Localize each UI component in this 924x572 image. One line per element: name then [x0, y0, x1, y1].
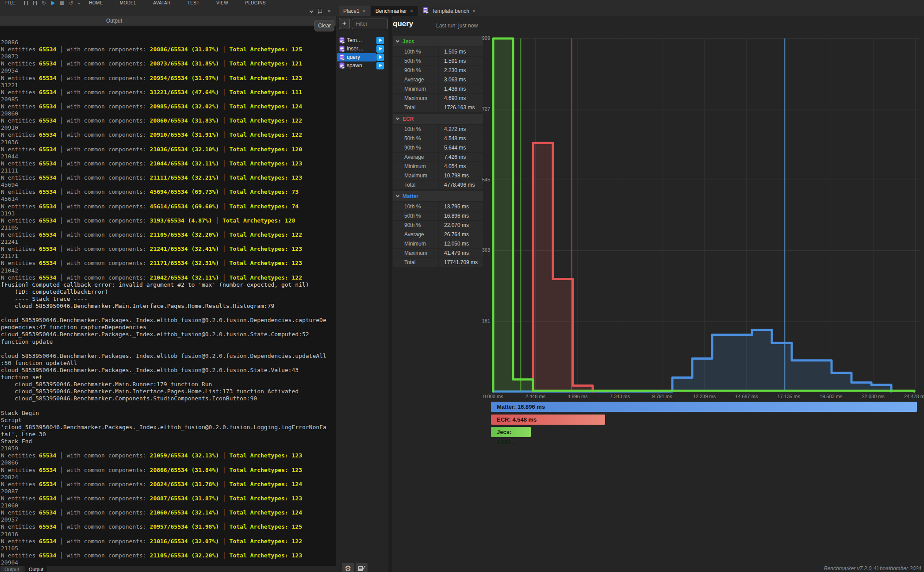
close-tab-icon[interactable]: ×: [363, 8, 366, 14]
stat-value: 1.591 ms: [439, 57, 483, 65]
console-line: (ID: computedCallbackError): [1, 288, 336, 296]
menu-view[interactable]: VIEW: [214, 0, 231, 6]
stat-value: 1.505 ms: [439, 47, 483, 56]
console-line: 20910: [1, 124, 336, 131]
stats-row: Total1726.163 ms: [393, 103, 483, 112]
menu-model[interactable]: MODEL: [117, 0, 139, 6]
sidebar-item-query[interactable]: query: [336, 53, 388, 61]
float-window-icon[interactable]: [318, 9, 322, 13]
sidebar-item-spawn[interactable]: spawn: [336, 61, 388, 70]
console-line: cloud_5853950046.Benchmarker.Main.Interf…: [1, 388, 336, 395]
stat-label: Total: [393, 258, 438, 267]
console-line: [1, 403, 336, 410]
run-benchmark-button[interactable]: [376, 54, 384, 61]
menu-test[interactable]: TEST: [185, 0, 202, 6]
x-axis-tick: 17.135 ms: [769, 394, 809, 399]
close-tab-icon[interactable]: ×: [410, 8, 413, 14]
clear-button[interactable]: Clear: [314, 20, 334, 31]
console-line: function set: [1, 374, 336, 381]
stat-label: Maximum: [393, 249, 438, 257]
filter-input[interactable]: Filter: [352, 19, 388, 29]
section-name: Jecs: [403, 38, 414, 45]
run-benchmark-button[interactable]: [376, 45, 384, 53]
run-benchmark-button[interactable]: [376, 37, 384, 44]
console-line: N entities 65534 │ with common component…: [1, 274, 336, 281]
console-line: N entities 65534 │ with common component…: [1, 217, 336, 224]
sidebar-item-Tem[interactable]: Tem…: [336, 36, 388, 45]
console-line: 31221: [1, 82, 336, 89]
x-axis-tick: 7.343 ms: [600, 394, 640, 399]
stat-label: 90th %: [393, 66, 438, 75]
console-line: Script: [1, 417, 336, 424]
add-benchmark-button[interactable]: +: [339, 18, 350, 29]
play-icon[interactable]: [51, 1, 55, 5]
chevron-down-icon[interactable]: [310, 9, 313, 12]
histogram-chart: 9097275453631810.000 ms2.448 ms4.896 ms7…: [478, 27, 924, 442]
console-line: 20886: [1, 39, 336, 46]
stat-value: 13.795 ms: [439, 202, 483, 211]
stats-row: Maximum4.690 ms: [393, 94, 483, 103]
settings-button[interactable]: ⚙: [342, 563, 354, 572]
stat-value: 12.050 ms: [439, 239, 483, 248]
x-axis-tick: 19.583 ms: [811, 394, 851, 399]
stat-label: Average: [393, 153, 438, 161]
legend-matter[interactable]: Matter: 16.896 ms: [491, 402, 917, 412]
menu-home[interactable]: HOME: [86, 0, 106, 6]
console-line: cloud_5853950046.Benchmarker.Packages._I…: [1, 317, 336, 324]
console-line: N entities 65534 │ with common component…: [1, 46, 336, 53]
console-line: tal', Line 30: [1, 431, 336, 438]
stat-value: 3.063 ms: [439, 75, 483, 84]
doc-tab-benchmarker[interactable]: Benchmarker×: [371, 6, 418, 16]
run-benchmark-button[interactable]: [376, 62, 384, 69]
menu-plugins[interactable]: PLUGINS: [242, 0, 268, 6]
undo-icon[interactable]: ↺: [69, 1, 73, 6]
status-tab-output[interactable]: Output: [1, 566, 23, 572]
doc-tab-template-bench[interactable]: Template.bench×: [418, 6, 480, 16]
output-console[interactable]: 20886N entities 65534 │ with common comp…: [0, 26, 336, 566]
docs-icon: [358, 565, 365, 572]
docs-button[interactable]: [356, 563, 368, 572]
legend-ecr[interactable]: ECR: 4.548 ms: [491, 415, 605, 425]
console-line: N entities 65534 │ with common component…: [1, 174, 336, 181]
open-icon[interactable]: [33, 1, 37, 5]
x-axis-tick: 4.896 ms: [558, 394, 598, 399]
stat-value: 17741.709 ms: [439, 258, 483, 267]
stop-icon[interactable]: [60, 1, 64, 5]
console-line: 20860: [1, 110, 336, 117]
stat-value: 2.230 ms: [439, 66, 483, 75]
document-icon[interactable]: [24, 1, 28, 5]
console-line: 45614: [1, 196, 336, 203]
section-name: ECR: [403, 116, 414, 122]
stats-section-header-ecr[interactable]: ECR: [393, 114, 483, 124]
stats-section-header-matter[interactable]: Matter: [393, 191, 483, 201]
status-tab-output[interactable]: Output: [25, 566, 47, 572]
sidebar-item-inser[interactable]: inser…: [336, 45, 388, 53]
console-line: :50 function updateAll: [1, 360, 336, 367]
stats-row: Minimum4.054 ms: [393, 162, 483, 171]
chevron-down-icon[interactable]: [78, 2, 81, 4]
console-line: 20957: [1, 516, 336, 523]
stats-row: Average7.426 ms: [393, 153, 483, 161]
menu-avatar[interactable]: AVATAR: [150, 0, 173, 6]
close-icon[interactable]: ×: [327, 8, 331, 14]
stats-section-header-jecs[interactable]: Jecs: [393, 36, 483, 46]
console-line: [1, 346, 336, 353]
doc-tab-place1[interactable]: Place1×: [339, 6, 370, 16]
benchmark-label: spawn: [347, 62, 362, 69]
menu-file[interactable]: FILE: [3, 0, 18, 6]
console-line: function update: [1, 338, 336, 346]
stat-value: 41.479 ms: [439, 249, 483, 257]
legend-jecs[interactable]: Jecs: 1.591…: [491, 427, 531, 437]
last-run-label: Last run: just now: [436, 23, 478, 29]
ribbon-menus: HOMEMODELAVATARTESTVIEWPLUGINS: [86, 0, 268, 6]
stat-label: Maximum: [393, 171, 438, 180]
console-line: 20954: [1, 67, 336, 74]
console-line: 45694: [1, 181, 336, 188]
stat-label: Minimum: [393, 239, 438, 248]
script-icon: [339, 46, 345, 52]
redo-icon[interactable]: ↻: [42, 1, 46, 6]
close-tab-icon[interactable]: ×: [472, 8, 475, 14]
console-line: N entities 65534 │ with common component…: [1, 523, 336, 530]
stats-row: Maximum41.479 ms: [393, 249, 483, 257]
stats-row: 50th %1.591 ms: [393, 57, 483, 65]
